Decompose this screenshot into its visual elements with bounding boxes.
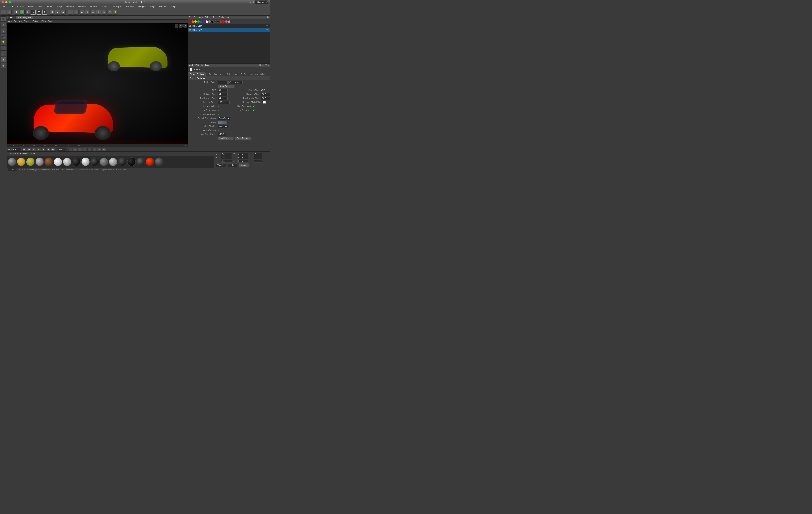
object-row-beta-new[interactable]: 📦 Beta_NEW 👁 ● xyxy=(188,28,270,32)
swatch-crimson[interactable] xyxy=(222,20,225,23)
menu-tools[interactable]: Tools xyxy=(37,5,44,8)
swatch-yellow[interactable] xyxy=(195,20,197,23)
scale-project-button[interactable]: Scale Project... xyxy=(218,85,235,88)
vp-menu-panel[interactable]: Panel xyxy=(48,20,53,22)
menu-edit[interactable]: Edit xyxy=(9,5,14,8)
prop-input-prev-max[interactable] xyxy=(261,97,270,100)
obj-vis-beta-new[interactable]: 👁 xyxy=(266,29,268,31)
lp-light[interactable]: 💡 xyxy=(1,39,6,45)
viewport-canvas[interactable]: ⛶ ≡ ✕ xyxy=(7,23,188,144)
coord-y-pos-input[interactable] xyxy=(221,156,232,159)
obj-menu-objects[interactable]: Objects xyxy=(205,16,211,19)
scale-dropdown[interactable]: Scale ▾ xyxy=(227,163,237,167)
toolbar-redo[interactable]: ↪ xyxy=(7,10,11,15)
toolbar-cylinder[interactable]: ⬬ xyxy=(79,10,84,15)
menu-mesh[interactable]: Mesh xyxy=(46,5,53,8)
toolbar-x-axis[interactable]: X xyxy=(31,10,36,15)
menu-help[interactable]: Help xyxy=(170,5,176,8)
lp-select[interactable]: ✳ xyxy=(1,22,6,27)
props-search-icon[interactable]: 🔍 xyxy=(259,64,262,66)
layout-dropdown[interactable]: Startup xyxy=(255,0,268,4)
coord-z-size-input[interactable] xyxy=(237,160,249,163)
coord-y-size-input[interactable] xyxy=(237,156,249,159)
swatch-darkgray[interactable] xyxy=(214,20,216,23)
tl-btn-end[interactable]: ⏭ xyxy=(51,147,55,151)
lp-paint[interactable]: 🖌 xyxy=(1,51,6,56)
tab-key-interpolation[interactable]: Key Interpolation xyxy=(248,73,267,76)
vp-menu-cameras[interactable]: Cameras xyxy=(14,20,22,22)
toolbar-grid[interactable]: ⊟ xyxy=(107,10,112,15)
toolbar-film[interactable]: 🎞 xyxy=(50,10,54,15)
toolbar-sphere[interactable]: ○ xyxy=(74,10,79,15)
menu-character[interactable]: Character xyxy=(124,5,135,8)
mat-taillight[interactable]: taillight xyxy=(145,156,154,167)
lp-move-tool[interactable]: ⬛ xyxy=(1,17,6,22)
props-menu-userdata[interactable]: User Data xyxy=(200,64,209,66)
mat-concrete[interactable]: concrete xyxy=(8,156,17,167)
menu-file[interactable]: File xyxy=(1,5,6,8)
tl-btn-prev[interactable]: ◀ xyxy=(27,147,31,151)
mat-menu-texture[interactable]: Texture xyxy=(30,153,36,155)
swatch-orange[interactable] xyxy=(192,20,194,23)
toolbar-play[interactable]: ▶ xyxy=(55,10,60,15)
prop-input-lod[interactable] xyxy=(218,101,230,104)
swatch-purple[interactable] xyxy=(203,20,205,23)
mat-daniel[interactable]: Daniel xyxy=(45,156,53,167)
prop-dd-input-color[interactable]: sRGB ▾ xyxy=(218,133,226,136)
props-menu-edit[interactable]: Edit xyxy=(195,64,199,66)
tl-btn-record[interactable]: ⏺ xyxy=(68,147,72,151)
vp-menu-options[interactable]: Options xyxy=(33,20,39,22)
obj-menu-edit[interactable]: Edit xyxy=(194,16,197,19)
toolbar-array[interactable]: ⊞ xyxy=(96,10,101,15)
menu-select[interactable]: Select xyxy=(27,5,35,8)
props-expand-icon[interactable]: ⛶ xyxy=(265,64,267,66)
tab-todo[interactable]: To Do xyxy=(239,73,248,76)
mat-diskbra[interactable]: Diskbra xyxy=(99,156,108,167)
menu-render[interactable]: Render xyxy=(89,5,98,8)
tab-view[interactable]: View xyxy=(8,16,16,19)
load-preset-button[interactable]: Load Preset... xyxy=(218,137,234,140)
prop-input-fps[interactable] xyxy=(218,89,228,92)
mat-mat2[interactable]: Mat.2 xyxy=(26,156,35,167)
prop-dd-centimeters[interactable]: Centimeters ▾ xyxy=(228,81,242,84)
tl-btn-prev-key[interactable]: ◁ xyxy=(83,147,87,151)
menu-plugins[interactable]: Plugins xyxy=(138,5,146,8)
prop-dd-view-clipping[interactable]: Medium ▾ xyxy=(218,125,228,128)
vp-ctrl-expand[interactable]: ⛶ xyxy=(175,24,178,28)
coord-p-input[interactable] xyxy=(254,156,262,159)
vp-menu-filter[interactable]: Filter xyxy=(41,20,46,22)
obj-menu-bookmarks[interactable]: Bookmarks xyxy=(219,16,229,19)
menu-snap[interactable]: Snap xyxy=(56,5,62,8)
mat-mat2b[interactable]: Mat2 xyxy=(136,156,145,167)
mat-blackhl[interactable]: BlackHL xyxy=(127,156,136,167)
menu-animate[interactable]: Animate xyxy=(65,5,75,8)
tl-btn-next-key[interactable]: ▷ xyxy=(88,147,91,151)
lp-perspective[interactable]: ⬡ xyxy=(1,28,6,33)
coord-z-pos-input[interactable] xyxy=(221,160,232,163)
tab-referencing[interactable]: Referencing xyxy=(225,73,239,76)
mat-mat4[interactable]: Mat.4 xyxy=(17,156,26,167)
swatch-lightgray[interactable] xyxy=(228,20,230,23)
props-settings-icon[interactable]: ⚙ xyxy=(262,64,264,66)
prop-dd-obj-color[interactable]: Gray-Blue ▾ xyxy=(218,117,230,120)
tab-project-settings[interactable]: Project Settings xyxy=(188,73,206,76)
minimize-button[interactable] xyxy=(5,1,8,3)
prop-input-min-time[interactable] xyxy=(218,93,228,96)
toolbar-undo[interactable]: ↩ xyxy=(1,10,6,15)
prop-input-max-time[interactable] xyxy=(261,93,270,96)
coord-h-input[interactable] xyxy=(254,153,262,156)
swatch-green[interactable] xyxy=(197,20,200,23)
vp-menu-display[interactable]: Display xyxy=(24,20,31,22)
tl-btn-next[interactable]: ▶ xyxy=(46,147,50,151)
mat-chrome[interactable]: Chrome xyxy=(81,156,90,167)
lp-l-shape[interactable]: ⌐ xyxy=(1,46,6,51)
prop-input-prev-min[interactable] xyxy=(218,97,228,100)
menu-sculpt[interactable]: Sculpt xyxy=(101,5,109,8)
toolbar-nurbs[interactable]: ⌇ xyxy=(85,10,90,15)
menu-mograph[interactable]: MoGraph xyxy=(111,5,121,8)
menu-window[interactable]: Window xyxy=(158,5,168,8)
prop-input-project-scale[interactable] xyxy=(218,81,228,84)
vp-menu-view[interactable]: View xyxy=(8,20,12,22)
lp-sculpt[interactable]: ◉ xyxy=(1,63,6,68)
save-preset-button[interactable]: Save Preset... xyxy=(235,137,251,140)
